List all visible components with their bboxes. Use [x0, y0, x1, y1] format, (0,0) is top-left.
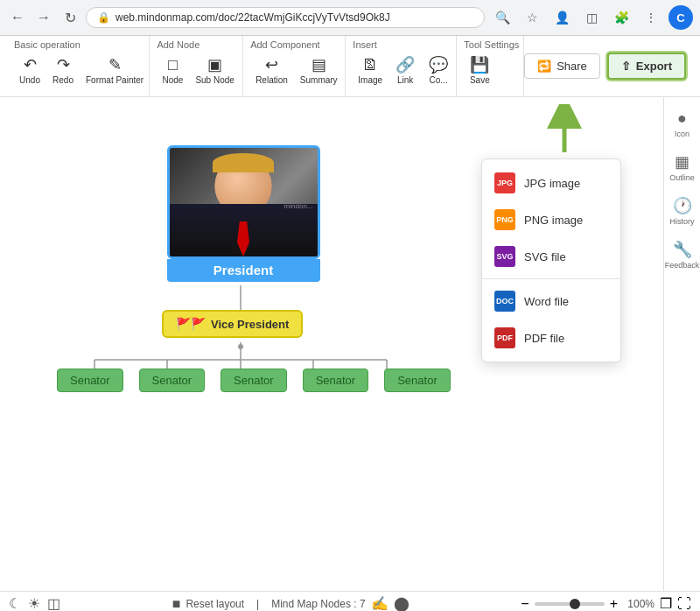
puzzle-icon-btn[interactable]: 🧩: [609, 5, 634, 30]
pdf-label: PDF file: [524, 332, 564, 345]
comments-icon: 💬: [429, 55, 448, 74]
main-toolbar: Basic operation ↶ Undo ↷ Redo ✎ Format P…: [0, 36, 700, 97]
status-bar-left: ☾ ☀ ◫: [9, 595, 60, 611]
status-bar-right: − + 100% ❐ ⛶: [521, 595, 691, 611]
outline-label: Outline: [669, 173, 695, 182]
dot-icon[interactable]: ⬤: [394, 595, 410, 611]
senator-node-1[interactable]: Senator: [57, 369, 123, 392]
canvas[interactable]: mindon... President 🚩🚩 Vice President Se…: [0, 97, 663, 591]
browser-top-bar: ← → ↻ 🔒 web.mindonmap.com/doc/22tacWmjGi…: [0, 0, 700, 35]
outline-button[interactable]: ▦ Outline: [667, 147, 698, 187]
relation-icon: ↩: [265, 55, 278, 74]
url-text: web.mindonmap.com/doc/22tacWmjGiKccjVyTv…: [116, 11, 390, 24]
feedback-icon: 🔧: [673, 240, 692, 259]
zoom-in-button[interactable]: +: [610, 596, 618, 612]
bookmark-icon-btn[interactable]: ☆: [520, 5, 544, 30]
format-painter-icon: ✎: [108, 55, 122, 74]
image-icon: 🖻: [362, 56, 378, 74]
export-button[interactable]: ⇧ Export: [607, 53, 686, 80]
export-jpg-item[interactable]: JPG JPG image: [482, 165, 620, 201]
add-node-label: Add Node: [157, 39, 200, 50]
layout-icon[interactable]: ■: [172, 596, 181, 612]
status-bar: ☾ ☀ ◫ ■ Reset layout | Mind Map Nodes : …: [0, 591, 700, 611]
senator-node-2[interactable]: Senator: [139, 369, 206, 392]
save-icon: 💾: [470, 55, 489, 74]
history-icon: 🕐: [673, 196, 692, 215]
zoom-out-button[interactable]: −: [521, 596, 528, 612]
icon-label: Icon: [675, 130, 690, 138]
address-bar[interactable]: 🔒 web.mindonmap.com/doc/22tacWmjGiKccjVy…: [86, 7, 485, 28]
fullscreen-button[interactable]: ⛶: [677, 596, 691, 612]
profile-icon-btn[interactable]: 👤: [550, 5, 574, 30]
reset-layout-text: Reset layout: [186, 598, 244, 610]
icon-icon: ●: [677, 109, 687, 128]
insert-items: 🖻 Image 🔗 Link 💬 Co...: [353, 52, 454, 88]
summary-button[interactable]: ▤ Summary: [295, 52, 343, 88]
jpg-label: JPG image: [524, 177, 580, 190]
senator-node-3[interactable]: Senator: [220, 369, 287, 392]
fit-view-button[interactable]: ❐: [660, 595, 672, 611]
moon-icon[interactable]: ☾: [9, 595, 21, 611]
menu-icon-btn[interactable]: ⋮: [639, 5, 663, 30]
add-node-group: Add Node □ Node ▣ Sub Node: [150, 36, 243, 96]
hand-icon[interactable]: ✍: [371, 595, 388, 611]
vp-label: Vice President: [211, 318, 289, 331]
pdf-format-icon: PDF: [494, 327, 515, 348]
sun-icon[interactable]: ☀: [28, 595, 40, 611]
svg-label: SVG file: [524, 250, 566, 263]
president-node[interactable]: mindon... President: [164, 145, 322, 282]
export-pdf-item[interactable]: PDF PDF file: [482, 320, 620, 356]
senators-row: Senator Senator Senator Senator Senator: [57, 369, 451, 392]
redo-button[interactable]: ↷ Redo: [47, 52, 79, 88]
back-button[interactable]: ←: [7, 7, 28, 28]
insert-label: Insert: [353, 39, 377, 50]
image-button[interactable]: 🖻 Image: [353, 53, 388, 88]
grid-icon[interactable]: ◫: [47, 595, 60, 611]
extension-icon-btn[interactable]: ◫: [579, 5, 604, 30]
president-label: President: [214, 263, 273, 277]
share-icon: 🔁: [537, 60, 551, 73]
comments-button[interactable]: 💬 Co...: [423, 52, 454, 88]
outline-icon: ▦: [675, 152, 690, 172]
sub-node-icon: ▣: [207, 55, 222, 74]
node-icon: □: [168, 56, 178, 74]
node-info-text: Mind Map Nodes : 7: [271, 598, 365, 610]
history-button[interactable]: 🕐 History: [667, 191, 698, 231]
browser-chrome: ← → ↻ 🔒 web.mindonmap.com/doc/22tacWmjGi…: [0, 0, 700, 36]
feedback-button[interactable]: 🔧 Feedback: [667, 235, 698, 275]
basic-operation-group: Basic operation ↶ Undo ↷ Redo ✎ Format P…: [7, 36, 150, 96]
forward-button[interactable]: →: [33, 7, 54, 28]
president-image-box: mindon...: [167, 145, 320, 259]
sidebar-icon-btn[interactable]: ● Icon: [667, 104, 698, 144]
vp-node[interactable]: 🚩🚩 Vice President: [162, 310, 303, 338]
word-format-icon: DOC: [494, 291, 515, 312]
senator-node-5[interactable]: Senator: [384, 369, 451, 392]
export-icon: ⇧: [621, 60, 631, 73]
export-png-item[interactable]: PNG PNG image: [482, 201, 620, 238]
feedback-label: Feedback: [665, 261, 700, 270]
relation-button[interactable]: ↩ Relation: [250, 52, 293, 88]
sub-node-button[interactable]: ▣ Sub Node: [190, 52, 239, 88]
export-dropdown: JPG JPG image PNG PNG image SVG SVG file: [481, 158, 621, 362]
basic-operation-label: Basic operation: [14, 39, 80, 50]
format-painter-button[interactable]: ✎ Format Painter: [80, 52, 149, 88]
export-svg-item[interactable]: SVG SVG file: [482, 238, 620, 275]
export-word-item[interactable]: DOC Word file: [482, 283, 620, 320]
png-format-icon: PNG: [494, 209, 515, 230]
search-icon-btn[interactable]: 🔍: [490, 5, 514, 30]
undo-button[interactable]: ↶ Undo: [14, 52, 46, 88]
senator-node-4[interactable]: Senator: [303, 369, 369, 392]
zoom-slider[interactable]: [535, 602, 605, 606]
user-avatar[interactable]: C: [668, 5, 693, 30]
node-button[interactable]: □ Node: [157, 53, 188, 88]
reload-button[interactable]: ↻: [60, 7, 80, 28]
save-button[interactable]: 💾 Save: [464, 52, 495, 88]
svg-format-icon: SVG: [494, 246, 515, 267]
add-component-group: Add Component ↩ Relation ▤ Summary: [243, 36, 346, 96]
link-button[interactable]: 🔗 Link: [389, 52, 421, 88]
png-label: PNG image: [524, 214, 583, 227]
share-button[interactable]: 🔁 Share: [524, 53, 600, 79]
tool-settings-items: 💾 Save: [464, 52, 495, 88]
jpg-format-icon: JPG: [494, 172, 515, 193]
redo-icon: ↷: [57, 55, 70, 74]
